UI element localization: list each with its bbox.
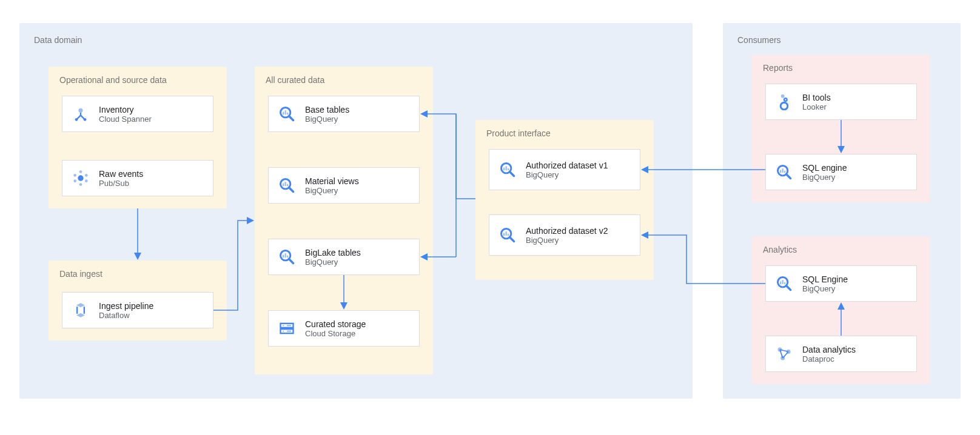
card-auth-v2: Authorized dataset v2 BigQuery bbox=[489, 214, 640, 256]
card-subtitle: BigQuery bbox=[305, 257, 361, 267]
svg-point-6 bbox=[78, 175, 83, 181]
card-subtitle: Dataflow bbox=[99, 311, 153, 320]
card-title: Material views bbox=[305, 176, 359, 186]
svg-line-65 bbox=[783, 352, 788, 359]
svg-point-50 bbox=[780, 102, 788, 110]
svg-rect-29 bbox=[283, 255, 284, 258]
card-curated-storage: Curated storage Cloud Storage bbox=[268, 310, 420, 347]
svg-point-11 bbox=[73, 179, 76, 182]
svg-line-57 bbox=[787, 286, 791, 290]
svg-rect-45 bbox=[503, 233, 505, 236]
svg-rect-24 bbox=[283, 184, 284, 187]
card-title: Inventory bbox=[99, 105, 152, 115]
card-title: Data analytics bbox=[802, 345, 856, 354]
card-data-analytics: Data analytics Dataproc bbox=[765, 336, 917, 372]
bigquery-icon bbox=[277, 176, 297, 195]
svg-rect-53 bbox=[780, 170, 781, 173]
card-material-views: Material views BigQuery bbox=[268, 167, 420, 204]
card-subtitle: BigQuery bbox=[802, 173, 847, 182]
svg-rect-21 bbox=[287, 113, 288, 115]
svg-rect-46 bbox=[506, 231, 507, 236]
card-subtitle: BigQuery bbox=[526, 236, 608, 245]
card-sql-engine-analytics: SQL Engine BigQuery bbox=[765, 265, 917, 302]
card-title: SQL Engine bbox=[802, 274, 848, 284]
card-raw-events: Raw events Pub/Sub bbox=[62, 160, 213, 196]
svg-rect-30 bbox=[285, 253, 286, 257]
svg-rect-42 bbox=[508, 168, 509, 171]
svg-rect-26 bbox=[287, 184, 288, 187]
card-auth-v1: Authorized dataset v1 BigQuery bbox=[489, 149, 640, 190]
svg-rect-40 bbox=[503, 168, 505, 171]
card-title: BigLake tables bbox=[305, 248, 361, 257]
dataproc-icon bbox=[774, 344, 794, 364]
svg-point-49 bbox=[784, 98, 787, 101]
label-product-interface: Product interface bbox=[486, 128, 551, 138]
card-inventory: Inventory Cloud Spanner bbox=[62, 96, 213, 132]
card-title: Base tables bbox=[305, 105, 349, 115]
svg-point-8 bbox=[85, 174, 88, 177]
svg-rect-59 bbox=[782, 280, 784, 284]
card-title: Authorized dataset v1 bbox=[526, 161, 608, 170]
cloud-storage-icon bbox=[277, 319, 297, 338]
card-subtitle: BigQuery bbox=[305, 115, 349, 124]
spanner-icon bbox=[71, 104, 90, 124]
svg-point-12 bbox=[73, 174, 76, 177]
svg-point-0 bbox=[79, 108, 83, 113]
card-subtitle: BigQuery bbox=[802, 284, 848, 293]
pubsub-icon bbox=[71, 168, 90, 188]
card-subtitle: Looker bbox=[802, 102, 831, 111]
bigquery-icon bbox=[498, 160, 517, 179]
card-title: BI tools bbox=[802, 93, 831, 102]
card-subtitle: Dataproc bbox=[802, 354, 856, 364]
svg-rect-31 bbox=[287, 256, 288, 258]
label-analytics: Analytics bbox=[763, 245, 797, 254]
svg-point-9 bbox=[85, 179, 88, 182]
svg-point-34 bbox=[283, 325, 284, 326]
svg-rect-19 bbox=[283, 112, 284, 115]
card-sql-engine-reports: SQL engine BigQuery bbox=[765, 154, 917, 190]
svg-rect-58 bbox=[780, 282, 781, 285]
group-product-interface: Product interface bbox=[475, 120, 654, 280]
card-title: SQL engine bbox=[802, 163, 847, 173]
label-curated: All curated data bbox=[266, 75, 324, 85]
label-reports: Reports bbox=[763, 63, 793, 73]
looker-icon bbox=[774, 92, 794, 111]
svg-rect-20 bbox=[285, 110, 286, 115]
svg-point-5 bbox=[84, 118, 87, 121]
svg-rect-41 bbox=[506, 166, 507, 170]
card-base-tables: Base tables BigQuery bbox=[268, 96, 420, 132]
svg-line-23 bbox=[289, 188, 294, 192]
svg-line-39 bbox=[510, 172, 514, 176]
svg-point-4 bbox=[75, 118, 78, 121]
bigquery-icon bbox=[277, 104, 297, 124]
card-title: Raw events bbox=[99, 169, 143, 179]
card-subtitle: Cloud Storage bbox=[305, 329, 366, 338]
bigquery-icon bbox=[277, 247, 297, 267]
card-subtitle: BigQuery bbox=[526, 170, 608, 179]
svg-line-52 bbox=[787, 174, 791, 179]
card-subtitle: BigQuery bbox=[305, 186, 359, 195]
card-title: Authorized dataset v2 bbox=[526, 226, 608, 236]
label-operational: Operational and source data bbox=[59, 75, 167, 85]
card-subtitle: Pub/Sub bbox=[99, 179, 143, 188]
svg-rect-47 bbox=[508, 234, 509, 236]
card-title: Curated storage bbox=[305, 319, 366, 329]
card-subtitle: Cloud Spanner bbox=[99, 115, 152, 124]
card-title: Ingest pipeline bbox=[99, 301, 153, 311]
svg-line-18 bbox=[289, 116, 294, 121]
bigquery-icon bbox=[774, 274, 794, 293]
label-data-ingest: Data ingest bbox=[59, 269, 102, 279]
svg-rect-54 bbox=[782, 168, 784, 173]
card-bi-tools: BI tools Looker bbox=[765, 84, 917, 120]
svg-point-10 bbox=[79, 183, 82, 186]
label-data-domain: Data domain bbox=[34, 35, 82, 45]
svg-point-48 bbox=[781, 95, 785, 98]
svg-point-35 bbox=[283, 331, 284, 332]
bigquery-icon bbox=[498, 225, 517, 245]
svg-point-7 bbox=[79, 170, 82, 173]
card-ingest-pipeline: Ingest pipeline Dataflow bbox=[62, 292, 213, 328]
svg-line-44 bbox=[510, 237, 514, 242]
dataflow-icon bbox=[71, 301, 90, 320]
diagram-canvas: Data domain Consumers Operational and so… bbox=[19, 23, 961, 399]
bigquery-icon bbox=[774, 162, 794, 182]
